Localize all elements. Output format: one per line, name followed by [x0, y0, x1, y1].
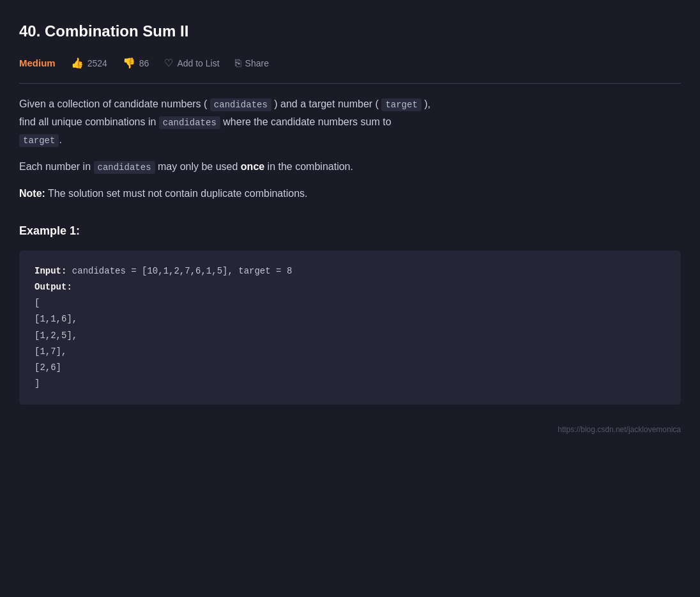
desc-code-target-2: target [19, 134, 59, 147]
share-label: Share [245, 56, 269, 70]
upvote-button[interactable]: 👍 2524 [71, 55, 107, 72]
desc-code-target-1: target [381, 98, 421, 111]
share-icon: ⎘ [235, 55, 241, 72]
downvote-button[interactable]: 👎 86 [123, 55, 149, 72]
output-label: Output: [34, 282, 72, 292]
problem-description: Given a collection of candidate numbers … [19, 95, 681, 203]
example1-section: Example 1: Input: candidates = [10,1,2,7… [19, 222, 681, 405]
heart-icon: ♡ [164, 55, 173, 72]
desc-line1-middle: ) and a target number ( [271, 98, 382, 109]
desc-paragraph-2: Each number in candidates may only be us… [19, 158, 681, 176]
watermark: https://blog.csdn.net/jacklovemonica [19, 417, 681, 436]
desc-code-candidates-1: candidates [210, 98, 271, 111]
add-to-list-button[interactable]: ♡ Add to List [164, 55, 219, 72]
example1-output-line-3: [1,2,5], [34, 328, 666, 344]
meta-row: Medium 👍 2524 👎 86 ♡ Add to List ⎘ Share [19, 55, 681, 84]
example1-output-line-2: [1,1,6], [34, 311, 666, 327]
example1-output-line-5: [2,6] [34, 360, 666, 376]
desc-line1-after: ), [422, 98, 430, 109]
desc-line3-after: . [59, 134, 61, 145]
input-text: candidates = [10,1,2,7,6,1,5], target = … [66, 266, 292, 276]
desc-code-candidates-2: candidates [159, 116, 220, 129]
example1-input-line: Input: candidates = [10,1,2,7,6,1,5], ta… [34, 263, 666, 279]
difficulty-badge: Medium [19, 56, 56, 71]
note-text: The solution set must not contain duplic… [45, 188, 308, 199]
upvote-count: 2524 [88, 56, 107, 70]
desc-line4-after: in the combination. [264, 161, 353, 172]
example1-title: Example 1: [19, 222, 681, 240]
desc-line1-before: Given a collection of candidate numbers … [19, 98, 210, 109]
watermark-url: https://blog.csdn.net/jacklovemonica [558, 425, 681, 434]
downvote-count: 86 [139, 56, 149, 70]
example1-code-block: Input: candidates = [10,1,2,7,6,1,5], ta… [19, 251, 681, 405]
thumbs-down-icon: 👎 [123, 55, 135, 72]
add-to-list-label: Add to List [177, 56, 219, 70]
problem-title: 40. Combination Sum II [19, 19, 681, 43]
share-button[interactable]: ⎘ Share [235, 55, 269, 72]
desc-line2-after: where the candidate numbers sum to [220, 116, 392, 127]
desc-line4-middle: may only be used [155, 161, 241, 172]
example1-output-line-6: ] [34, 376, 666, 392]
desc-paragraph-1: Given a collection of candidate numbers … [19, 95, 681, 149]
desc-paragraph-note: Note: The solution set must not contain … [19, 185, 681, 203]
desc-bold-once: once [241, 161, 264, 172]
input-label: Input: [34, 266, 66, 276]
desc-line2-before: find all unique combinations in [19, 116, 159, 127]
example1-output-line-1: [ [34, 295, 666, 311]
example1-output-label-line: Output: [34, 279, 666, 295]
desc-line4-before: Each number in [19, 161, 94, 172]
desc-code-candidates-3: candidates [94, 161, 155, 174]
note-label: Note: [19, 188, 45, 199]
example1-output-line-4: [1,7], [34, 344, 666, 360]
thumbs-up-icon: 👍 [71, 55, 84, 72]
